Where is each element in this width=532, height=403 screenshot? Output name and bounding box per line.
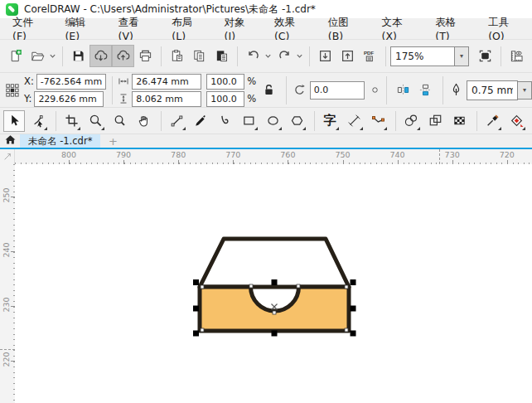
publish-pdf-button[interactable]: PDF	[359, 45, 381, 67]
menu-bitmaps[interactable]: 位图(B)	[317, 18, 371, 39]
curve-node[interactable]	[273, 311, 276, 314]
selection-handle[interactable]	[351, 331, 356, 337]
redo-button[interactable]	[273, 45, 296, 67]
artistic-media-tool[interactable]	[190, 110, 211, 132]
menu-tools[interactable]: 工具(O)	[477, 18, 532, 39]
zoom-tool[interactable]	[85, 110, 106, 132]
freehand-tool[interactable]	[166, 110, 187, 132]
menu-text[interactable]: 文本(X)	[371, 18, 425, 39]
ruler-origin[interactable]	[0, 149, 15, 164]
scale-x-field[interactable]	[206, 74, 244, 90]
text-tool[interactable]: 字	[319, 110, 341, 132]
ellipse-tool[interactable]	[262, 110, 283, 132]
pan-tool[interactable]	[133, 110, 154, 132]
pick-tool[interactable]	[3, 110, 25, 132]
curve-node[interactable]	[201, 285, 204, 289]
cut-button[interactable]	[166, 45, 188, 67]
lock-ratio-button[interactable]	[258, 79, 280, 101]
zoom-level-combo[interactable]: ▾	[390, 46, 469, 66]
open-icon	[31, 49, 45, 63]
menu-object[interactable]: 对象(J)	[214, 18, 264, 39]
x-position-field[interactable]	[36, 74, 106, 90]
zoom-level-dropdown[interactable]: ▾	[455, 46, 469, 66]
rectangle-tool[interactable]	[238, 110, 259, 132]
zoom-icon	[89, 114, 103, 128]
pattern-fill-tool[interactable]	[448, 110, 470, 132]
y-position-field[interactable]	[34, 91, 104, 107]
open-button[interactable]	[27, 45, 49, 67]
copy-button[interactable]	[188, 45, 210, 67]
pick-icon	[7, 114, 22, 128]
curve-node[interactable]	[297, 284, 300, 288]
curve-node[interactable]	[345, 328, 348, 332]
inbox-body-shape[interactable]	[200, 287, 349, 331]
undo-button[interactable]	[242, 45, 264, 67]
selection-handle[interactable]	[193, 306, 199, 312]
cloud-upload-button[interactable]	[112, 45, 134, 67]
window-title: CorelDRAW - C:\Users\Administrator\Pictu…	[24, 2, 316, 17]
document-tab-label: 未命名 -1.cdr*	[28, 135, 92, 148]
drawing-canvas[interactable]	[15, 164, 532, 403]
drop-shadow-tool[interactable]	[400, 110, 422, 132]
cut-icon	[170, 49, 184, 63]
selection-handle[interactable]	[351, 279, 356, 285]
save-button[interactable]	[67, 45, 89, 67]
dimension-tool[interactable]	[343, 110, 365, 132]
connector-tool[interactable]	[367, 110, 389, 132]
zoom-level-input[interactable]	[390, 46, 455, 66]
curve-node[interactable]	[249, 284, 253, 288]
v-ruler-label: 230	[2, 293, 11, 318]
crop-tool[interactable]	[60, 110, 82, 132]
interactive-fill-tool[interactable]	[505, 110, 527, 132]
selection-handle[interactable]	[272, 331, 278, 337]
eyedropper-tool[interactable]	[481, 110, 503, 132]
selection-handle[interactable]	[193, 279, 199, 285]
document-tab[interactable]: 未命名 -1.cdr*	[20, 134, 100, 148]
import-icon	[318, 49, 332, 63]
menu-file[interactable]: 文件(F)	[2, 18, 54, 39]
mirror-vertical-button[interactable]	[414, 79, 437, 101]
eyedropper-icon	[486, 114, 500, 128]
magnifier-tool[interactable]	[109, 110, 130, 132]
brush-icon	[194, 114, 208, 128]
fullscreen-preview-button[interactable]	[474, 45, 496, 67]
curve-node[interactable]	[345, 285, 348, 289]
welcome-home-button[interactable]	[0, 134, 20, 148]
mirror-horizontal-button[interactable]	[392, 79, 414, 101]
menu-view[interactable]: 查看(V)	[108, 18, 162, 39]
transparency-tool[interactable]	[424, 110, 446, 132]
scale-y-field[interactable]	[206, 91, 244, 107]
new-tab-button[interactable]: +	[100, 134, 125, 148]
menu-table[interactable]: 表格(T)	[424, 18, 477, 39]
import-button[interactable]	[314, 45, 336, 67]
paste-button[interactable]	[210, 45, 233, 67]
cloud-download-button[interactable]	[89, 45, 112, 67]
print-button[interactable]	[134, 45, 157, 67]
curve-node[interactable]	[201, 328, 204, 332]
toolbox-separator	[56, 111, 56, 131]
new-document-button[interactable]	[4, 45, 27, 67]
ellipse-icon	[266, 114, 280, 128]
menu-effects[interactable]: 效果(C)	[264, 18, 317, 39]
object-center-marker[interactable]	[272, 304, 278, 310]
menu-edit[interactable]: 编辑(E)	[54, 18, 107, 39]
horizontal-ruler[interactable]: 800790780770760750740730720	[15, 149, 532, 164]
home-icon	[4, 134, 17, 149]
rotation-angle-field[interactable]	[310, 81, 365, 100]
outline-width-dropdown[interactable]: ▾	[518, 81, 532, 100]
polygon-tool[interactable]	[286, 110, 307, 132]
object-height-field[interactable]	[132, 91, 201, 107]
bspline-tool[interactable]	[214, 110, 235, 132]
menu-layout[interactable]: 布局(L)	[161, 18, 213, 39]
export-button[interactable]	[336, 45, 359, 67]
shape-tool[interactable]	[27, 110, 49, 132]
h-ruler-label: 730	[445, 150, 460, 159]
selection-handle[interactable]	[351, 306, 356, 312]
coreldraw-logo-icon	[6, 3, 18, 16]
selection-handle[interactable]	[193, 331, 199, 337]
selection-handle[interactable]	[272, 279, 278, 285]
outline-width-combo[interactable]	[467, 80, 518, 100]
show-rulers-button[interactable]	[505, 45, 528, 67]
object-width-field[interactable]	[132, 74, 201, 90]
vertical-ruler[interactable]: 250240230220	[0, 164, 15, 403]
